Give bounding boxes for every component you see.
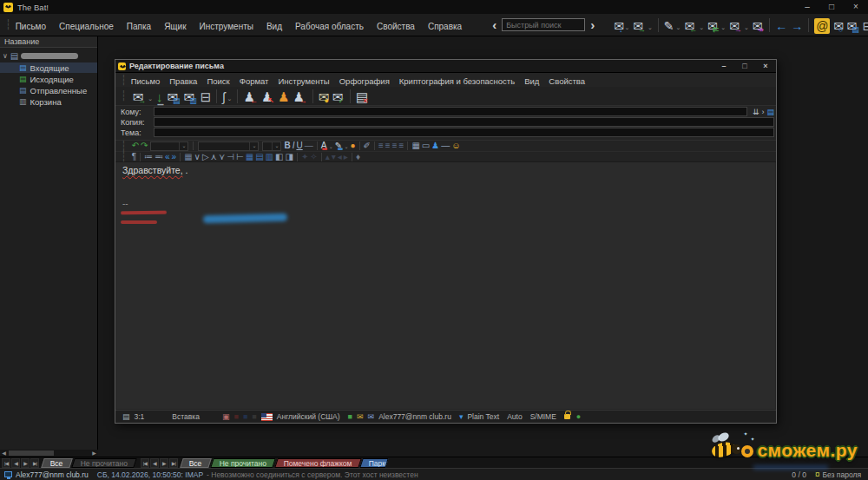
compose-menu-item[interactable]: Криптография и безопасность [399, 76, 515, 86]
chevron-down-icon[interactable]: ⌄ [148, 93, 153, 105]
color-swatch-icon[interactable]: ■ [243, 412, 247, 421]
mail-account-icon[interactable]: ✉ [368, 412, 375, 421]
insert-hr-button[interactable]: — [441, 141, 450, 151]
discard-icon[interactable]: ▤ × [355, 88, 368, 105]
tab-nav-button[interactable]: |◀ [141, 458, 149, 468]
redirect-icon[interactable]: ✉ ↠ [752, 16, 765, 34]
tab-parked[interactable]: Паркованные [360, 458, 390, 468]
chevron-right-icon[interactable]: › [590, 16, 595, 34]
italic-button[interactable]: I [293, 141, 295, 151]
mail-icon[interactable]: ✉ [357, 412, 364, 421]
scroll-left-icon[interactable]: ◀ [0, 450, 8, 457]
table-row-icon[interactable]: ▤ [255, 152, 263, 162]
insert-contact-button[interactable]: ♟ [431, 141, 439, 151]
sidebar-item-trash[interactable]: ▥ Корзина [0, 96, 97, 107]
save-as-file-icon[interactable]: ✉ ▤ [167, 88, 181, 105]
move-right-icon[interactable]: ⊢ [236, 152, 244, 162]
tree-up-icon[interactable]: ⋏ [211, 152, 217, 162]
compose-menu-item[interactable]: Поиск [207, 76, 229, 86]
chevron-down-icon[interactable]: ⌄ [329, 142, 333, 151]
cell-right-icon[interactable]: ◨ [286, 152, 293, 162]
address-book-icon[interactable]: ▤ [766, 108, 774, 116]
minimize-button[interactable]: – [795, 0, 819, 14]
bullet-list-button[interactable]: ≔ [144, 152, 153, 162]
encrypt-icon[interactable]: ✉ ● [318, 88, 330, 105]
encoding-mode[interactable]: Auto [507, 412, 523, 421]
compose-menu-item[interactable]: Письмо [131, 76, 161, 86]
menu-item[interactable]: Инструменты [200, 22, 253, 31]
collapse-tool-icon[interactable]: ∨ [194, 152, 201, 162]
get-mail-icon[interactable]: ✉ ↓ ⌄ [613, 16, 630, 34]
table-icon[interactable]: ▦ [246, 152, 253, 162]
compose-menu-item[interactable]: Правка [169, 76, 197, 86]
move-left-icon[interactable]: ⊣ [227, 152, 234, 162]
highlighter-icon[interactable]: ● [351, 141, 356, 151]
close-button[interactable]: × [755, 60, 776, 72]
postpone-icon[interactable]: ✉ ▥ [183, 88, 198, 105]
outdent-button[interactable]: « [165, 152, 170, 162]
tab-nav-button[interactable]: ▶| [169, 458, 178, 468]
sidebar-item-sent[interactable]: ▤ Отправленные [0, 85, 97, 95]
chevron-down-icon[interactable]: ⌄ [624, 22, 629, 34]
undo-icon[interactable]: ↶ [132, 141, 139, 151]
insert-frame-button[interactable]: ▭ [422, 141, 430, 151]
disabled-tool-icon[interactable]: ▾ [332, 152, 336, 162]
frame-swatch-icon[interactable]: ▣ [222, 412, 230, 421]
tab-nav-button[interactable]: ▶| [30, 458, 39, 468]
scroll-right-icon[interactable]: ▶ [90, 450, 98, 457]
tab-unread[interactable]: Не прочитано [71, 458, 137, 468]
insert-image-button[interactable]: ▦ [411, 141, 419, 151]
attach-file-icon[interactable]: ʃ ⌄ [221, 88, 233, 105]
redo-icon[interactable]: ↷ [141, 141, 148, 151]
chevron-down-icon[interactable]: ⌄ [720, 22, 726, 34]
spell-language[interactable]: Английский (США) [277, 412, 340, 421]
quote-tool-icon[interactable]: ♦ [356, 152, 360, 162]
underline-button[interactable]: U [296, 141, 302, 151]
tab-nav-button[interactable]: ◀ [11, 458, 20, 468]
menu-item[interactable]: Вид [266, 22, 282, 31]
tab-nav-button[interactable]: ◀ [150, 458, 159, 468]
tab-flagged[interactable]: Помечено флажком [274, 458, 361, 468]
minimize-button[interactable]: – [713, 60, 734, 72]
tab-all[interactable]: Все [180, 458, 211, 468]
bold-button[interactable]: B [284, 141, 290, 151]
align-justify-button[interactable]: ≡ [399, 141, 404, 151]
maximize-button[interactable]: □ [734, 60, 755, 72]
block-tool-icon[interactable]: ▦ [184, 152, 192, 162]
disabled-tool-icon[interactable]: ◂ [338, 152, 342, 162]
cc-input[interactable] [154, 117, 774, 127]
sidebar-header[interactable]: Название [0, 36, 97, 48]
menu-item[interactable]: Папка [127, 22, 151, 31]
disabled-tool-icon[interactable]: ▴ [326, 152, 330, 162]
align-left-button[interactable]: ≡ [378, 141, 384, 151]
search-messages-icon[interactable]: ✉ ○ [832, 16, 844, 34]
account-row[interactable]: ∨ ▤ [0, 49, 97, 62]
chevron-down-icon[interactable]: ⌄ [648, 22, 653, 34]
print-icon[interactable]: ⊟ [200, 88, 213, 105]
chevron-down-icon[interactable]: ⌄ [227, 93, 233, 105]
menu-item[interactable]: Рабочая область [295, 22, 364, 31]
menu-item[interactable]: Ящик [164, 22, 186, 31]
message-body-editor[interactable]: Здравствуйте, . -- [116, 162, 775, 409]
tree-down-icon[interactable]: ⋎ [219, 152, 225, 162]
sidebar-horizontal-scrollbar[interactable]: ◀ ▶ [0, 450, 98, 457]
format-mode[interactable]: Plain Text [467, 412, 499, 421]
align-right-button[interactable]: ≡ [392, 141, 398, 151]
chevron-down-icon[interactable]: ⌄ [744, 22, 749, 34]
contact-template-icon[interactable]: ♟ [277, 88, 290, 105]
font-name-select[interactable]: ⌄ [198, 141, 259, 151]
print-icon[interactable]: ⊟ [862, 16, 868, 34]
from-account[interactable]: Alex777@nnm club.ru [378, 412, 451, 421]
reply-icon[interactable]: ✉ ← ⌄ [683, 16, 705, 34]
us-flag-icon[interactable] [261, 413, 273, 421]
compose-menu-item[interactable]: Формат [240, 76, 269, 86]
scrollbar-thumb[interactable] [9, 450, 54, 456]
address-book-icon[interactable]: @ [813, 16, 831, 34]
font-size-select[interactable]: ⌄ [262, 141, 281, 151]
insert-mode[interactable]: Вставка [172, 412, 200, 421]
contact-to-icon[interactable]: ♟ ← [242, 88, 258, 105]
tab-all[interactable]: Все [41, 458, 72, 468]
table-column-icon[interactable]: ▥ [266, 152, 273, 162]
chevron-left-icon[interactable]: ‹ [492, 16, 496, 34]
previous-message-icon[interactable]: ← [774, 16, 788, 34]
